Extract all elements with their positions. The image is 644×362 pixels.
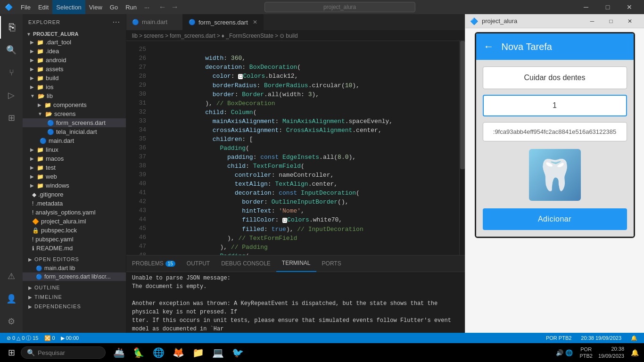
activity-icon-run[interactable]: ▷ — [0, 84, 23, 107]
task-name-field[interactable]: Cuidar dos dentes — [483, 66, 627, 89]
terminal-content[interactable]: Unable to parse JSON message: The docume… — [126, 272, 465, 333]
tree-item-pubspec-yaml[interactable]: ! pubspec.yaml — [23, 235, 126, 244]
flutter-close-btn[interactable]: ✕ — [620, 14, 639, 28]
close-button[interactable]: ✕ — [619, 0, 640, 14]
menu-selection[interactable]: Selection — [52, 0, 85, 14]
taskbar-icon-ship[interactable]: 🚢 — [109, 343, 128, 362]
tree-item-form-screens[interactable]: 🔵 form_screens.dart — [23, 118, 126, 127]
taskbar-clock[interactable]: 20:38 19/09/2023 — [595, 346, 627, 360]
tab-main-dart[interactable]: 🔵 main.dart — [126, 14, 183, 30]
tree-item-macos[interactable]: ▶ 📁 macos — [23, 154, 126, 163]
activity-icon-source-control[interactable]: ⑂ — [0, 61, 23, 84]
code-content[interactable]: width: 360, decoration: BoxDecoration( c… — [150, 41, 459, 255]
tree-item-ios[interactable]: ▶ 📁 ios — [23, 82, 126, 91]
taskbar-language[interactable]: POR PTB2 — [577, 346, 595, 360]
tree-item-analysis[interactable]: ! analysis_options.yaml — [23, 208, 126, 217]
menu-file[interactable]: File — [17, 0, 34, 14]
minimize-button[interactable]: ─ — [575, 0, 597, 14]
flutter-minimize-btn[interactable]: ─ — [583, 14, 602, 28]
taskbar-search[interactable]: 🔍 Pesquisar — [21, 346, 106, 359]
panel-tab-terminal[interactable]: TERMINAL — [276, 255, 316, 272]
tree-label: README.md — [36, 245, 73, 252]
activity-icon-account[interactable]: 👤 — [0, 288, 23, 310]
tree-item-gitignore[interactable]: ◆ .gitignore — [23, 190, 126, 199]
tree-item-assets[interactable]: ▶ 📁 assets — [23, 65, 126, 74]
nav-forward-button[interactable]: → — [169, 1, 181, 13]
tree-item-readme[interactable]: ℹ README.md — [23, 244, 126, 253]
taskbar-icon-flutter[interactable]: 🐦 — [228, 343, 247, 362]
taskbar-icon-bird[interactable]: 🦜 — [129, 343, 148, 362]
activity-icon-search[interactable]: 🔍 — [0, 39, 23, 61]
tree-item-linux[interactable]: ▶ 📁 linux — [23, 145, 126, 154]
tree-item-dart-tool[interactable]: ▶ 📁 .dart_tool — [23, 38, 126, 47]
tree-item-build[interactable]: ▶ 📁 build — [23, 74, 126, 82]
search-input[interactable] — [264, 2, 415, 12]
menu-edit[interactable]: Edit — [34, 0, 52, 14]
open-editors-header[interactable]: ▶ OPEN EDITORS — [23, 253, 126, 264]
panel-tab-problems[interactable]: PROBLEMS 15 — [126, 255, 181, 272]
activity-icon-settings[interactable]: ⚙ — [0, 310, 23, 333]
menu-view[interactable]: View — [85, 0, 106, 14]
tree-item-metadata[interactable]: ! .metadata — [23, 199, 126, 208]
status-notification[interactable]: 🔔 — [628, 335, 640, 341]
open-editor-main[interactable]: 🔵 main.dart lib — [23, 264, 126, 272]
project-root[interactable]: ▼ PROJECT_ALURA — [23, 30, 126, 38]
status-language[interactable]: POR PTB2 — [543, 335, 574, 341]
tree-item-test[interactable]: ▶ 📁 test — [23, 163, 126, 172]
activity-icon-extensions[interactable]: ⊞ — [0, 107, 23, 129]
tab-form-screens[interactable]: 🔵 form_screens.dart ✕ — [183, 14, 264, 30]
add-button[interactable]: Adicionar — [483, 208, 627, 230]
editor-scrollbar[interactable] — [459, 41, 465, 255]
app-back-icon[interactable]: ← — [484, 41, 494, 53]
tree-label: windows — [46, 182, 69, 189]
taskbar-icon-firefox[interactable]: 🦊 — [169, 343, 188, 362]
tree-item-windows[interactable]: ▶ 📁 windows — [23, 181, 126, 190]
phone-frame: ← Nova Tarefa Cuidar dos dentes 1 :9fca9… — [475, 32, 635, 238]
tree-item-idea[interactable]: ▶ 📁 .idea — [23, 47, 126, 56]
tree-item-tela-inicial[interactable]: 🔵 tela_inicial.dart — [23, 127, 126, 136]
status-git[interactable]: 🔀 0 — [41, 335, 58, 341]
tab-close-form[interactable]: ✕ — [253, 19, 257, 25]
panel-tab-ports[interactable]: PORTS — [316, 255, 347, 272]
tree-item-android[interactable]: ▶ 📁 android — [23, 56, 126, 65]
menu-more[interactable]: ··· — [140, 0, 153, 14]
explorer-more-btn[interactable]: ··· — [113, 18, 120, 26]
breadcrumb-file[interactable]: form_screens.dart — [170, 33, 215, 39]
status-timer[interactable]: ▶ 00:00 — [58, 335, 82, 341]
open-editor-form[interactable]: 🔵 form_screens.dart lib\scr... — [23, 272, 126, 281]
panel-tab-output[interactable]: OUTPUT — [181, 255, 215, 272]
activity-icon-problems[interactable]: ⚠ — [0, 265, 23, 288]
menu-run[interactable]: Run — [122, 0, 140, 14]
taskbar-search-icon: 🔍 — [27, 349, 35, 356]
status-time[interactable]: 20:38 19/09/2023 — [578, 335, 624, 341]
timeline-header[interactable]: ▶ TIMELINE — [23, 292, 126, 302]
tree-item-lib[interactable]: ▼ 📂 lib — [23, 91, 126, 100]
tree-item-components[interactable]: ▶ 📁 components — [23, 100, 126, 109]
taskbar-sys-icons[interactable]: 🔊 🌐 — [552, 349, 577, 356]
outline-header[interactable]: ▶ OUTLINE — [23, 281, 126, 292]
tree-label: .idea — [46, 48, 59, 55]
dependencies-header[interactable]: ▶ DEPENDENCIES — [23, 302, 126, 311]
taskbar-icon-vscode[interactable]: 💻 — [208, 343, 227, 362]
breadcrumb-class[interactable]: ♦ _FormScreenState — [222, 33, 273, 39]
tree-item-project-iml[interactable]: 🔶 project_alura.iml — [23, 217, 126, 226]
maximize-button[interactable]: □ — [597, 0, 619, 14]
breadcrumb-lib[interactable]: lib — [132, 33, 138, 39]
tree-item-main[interactable]: 🔵 main.dart — [23, 136, 126, 145]
breadcrumb-method[interactable]: ⊙ build — [280, 33, 298, 39]
tree-item-web[interactable]: ▶ 📁 web — [23, 172, 126, 181]
menu-go[interactable]: Go — [106, 0, 122, 14]
tree-item-screens[interactable]: ▼ 📂 screens — [23, 109, 126, 118]
panel-tab-debug[interactable]: DEBUG CONSOLE — [215, 255, 276, 272]
breadcrumb-screens[interactable]: screens — [144, 33, 164, 39]
difficulty-field[interactable]: 1 — [483, 95, 627, 116]
flutter-maximize-btn[interactable]: □ — [602, 14, 620, 28]
taskbar-notification[interactable]: 🔔 — [627, 343, 642, 362]
nav-back-button[interactable]: ← — [157, 1, 168, 13]
status-errors[interactable]: ⊘ 0 △ 0 ⓘ 15 — [4, 335, 41, 342]
tree-item-pubspec-lock[interactable]: 🔒 pubspec.lock — [23, 226, 126, 235]
taskbar-icon-files[interactable]: 📁 — [189, 343, 207, 362]
taskbar-icon-edge[interactable]: 🌐 — [149, 343, 168, 362]
activity-icon-explorer[interactable]: ⎘ — [0, 16, 23, 39]
start-button[interactable]: ⊞ — [2, 343, 21, 362]
